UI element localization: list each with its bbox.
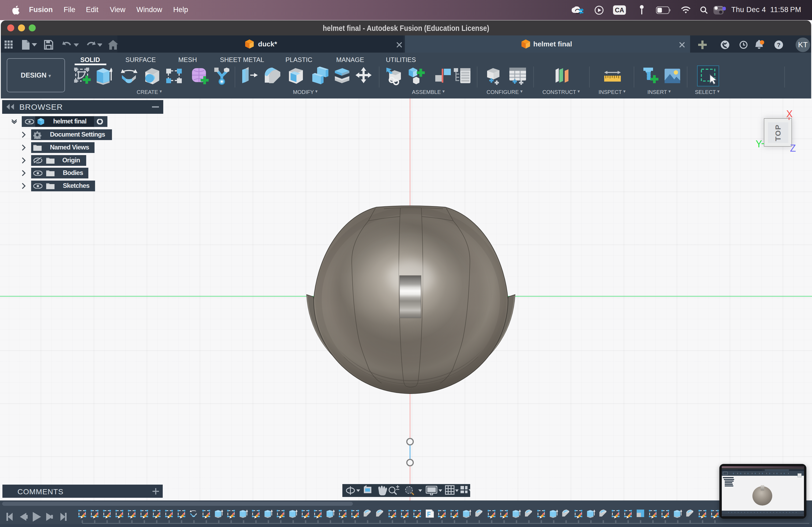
svg-text:?: ? xyxy=(777,42,780,48)
